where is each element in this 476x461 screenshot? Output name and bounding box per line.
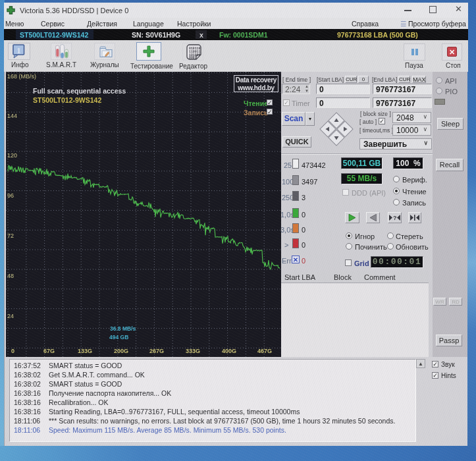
svg-text:1: 1 (17, 46, 21, 55)
svg-text:0001: 0001 (189, 56, 197, 59)
svg-text:?: ? (393, 215, 397, 221)
